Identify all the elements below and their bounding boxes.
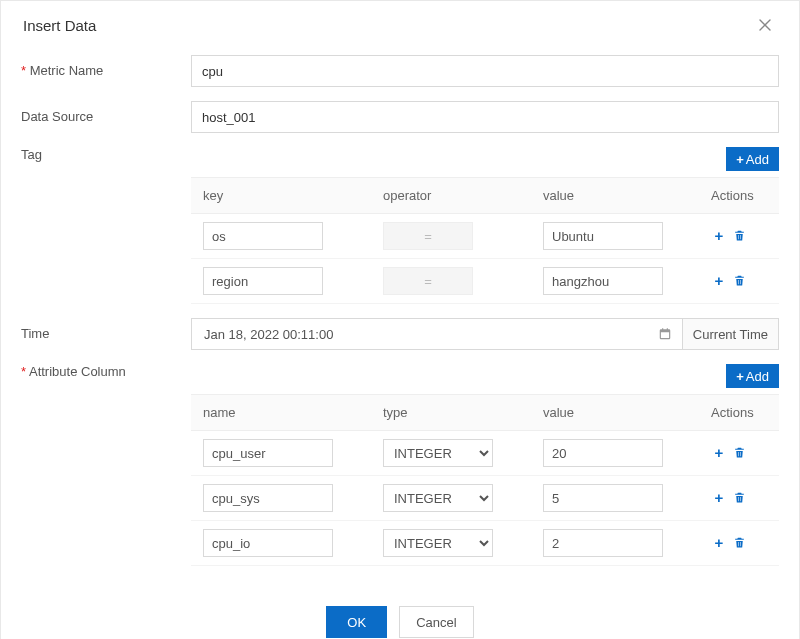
- tag-header-value: value: [531, 178, 681, 213]
- time-input[interactable]: [202, 326, 658, 343]
- close-icon: [757, 17, 773, 33]
- tag-row-add-button[interactable]: +: [711, 228, 727, 244]
- add-label: Add: [746, 152, 769, 167]
- row-data-source: Data Source: [21, 101, 779, 133]
- time-picker[interactable]: [191, 318, 683, 350]
- trash-icon: [733, 229, 746, 242]
- current-time-button[interactable]: Current Time: [683, 318, 779, 350]
- attr-row-add-button[interactable]: +: [711, 535, 727, 551]
- dialog-footer: OK Cancel: [1, 590, 799, 639]
- attr-value-input[interactable]: [543, 484, 663, 512]
- attr-row-add-button[interactable]: +: [711, 490, 727, 506]
- attr-row: INTEGER +: [191, 476, 779, 521]
- calendar-icon: [658, 327, 672, 341]
- tag-table: key operator value Actions = +: [191, 177, 779, 304]
- attr-name-input[interactable]: [203, 484, 333, 512]
- tag-value-input[interactable]: [543, 267, 663, 295]
- attr-name-input[interactable]: [203, 529, 333, 557]
- plus-icon: +: [736, 369, 744, 384]
- tag-row-delete-button[interactable]: [731, 273, 747, 289]
- attr-row-delete-button[interactable]: [731, 445, 747, 461]
- cancel-button[interactable]: Cancel: [399, 606, 473, 638]
- trash-icon: [733, 491, 746, 504]
- row-tag: Tag +Add key operator value Actions: [21, 147, 779, 304]
- close-button[interactable]: [753, 15, 777, 35]
- attr-value-input[interactable]: [543, 439, 663, 467]
- attr-value-input[interactable]: [543, 529, 663, 557]
- tag-header-actions: Actions: [681, 178, 779, 213]
- tag-value-input[interactable]: [543, 222, 663, 250]
- label-tag: Tag: [21, 147, 191, 162]
- tag-row-add-button[interactable]: +: [711, 273, 727, 289]
- add-label: Add: [746, 369, 769, 384]
- attr-row: INTEGER +: [191, 431, 779, 476]
- dialog-body: Metric Name Data Source Tag +Add: [1, 45, 799, 590]
- tag-add-button[interactable]: +Add: [726, 147, 779, 171]
- attr-row-delete-button[interactable]: [731, 490, 747, 506]
- attr-header-type: type: [371, 395, 531, 430]
- attr-type-select[interactable]: INTEGER: [383, 439, 493, 467]
- attr-header-actions: Actions: [681, 395, 779, 430]
- tag-header-key: key: [191, 178, 371, 213]
- attr-table: name type value Actions INTEGER: [191, 394, 779, 566]
- row-time: Time Current Time: [21, 318, 779, 350]
- label-data-source: Data Source: [21, 101, 191, 124]
- attr-header-value: value: [531, 395, 681, 430]
- trash-icon: [733, 446, 746, 459]
- metric-name-input[interactable]: [191, 55, 779, 87]
- attr-row: INTEGER +: [191, 521, 779, 566]
- tag-operator-display: =: [383, 267, 473, 295]
- tag-row: = +: [191, 214, 779, 259]
- row-attribute-column: Attribute Column +Add name type value Ac…: [21, 364, 779, 566]
- attr-name-input[interactable]: [203, 439, 333, 467]
- tag-key-input[interactable]: [203, 267, 323, 295]
- dialog-header: Insert Data: [1, 1, 799, 45]
- tag-key-input[interactable]: [203, 222, 323, 250]
- tag-row: = +: [191, 259, 779, 304]
- trash-icon: [733, 274, 746, 287]
- tag-header-operator: operator: [371, 178, 531, 213]
- attr-type-select[interactable]: INTEGER: [383, 529, 493, 557]
- label-attribute-column: Attribute Column: [21, 364, 191, 379]
- plus-icon: +: [736, 152, 744, 167]
- row-metric-name: Metric Name: [21, 55, 779, 87]
- ok-button[interactable]: OK: [326, 606, 387, 638]
- label-time: Time: [21, 318, 191, 341]
- tag-row-delete-button[interactable]: [731, 228, 747, 244]
- attr-add-button[interactable]: +Add: [726, 364, 779, 388]
- tag-operator-display: =: [383, 222, 473, 250]
- label-metric-name: Metric Name: [21, 55, 191, 78]
- attr-row-add-button[interactable]: +: [711, 445, 727, 461]
- trash-icon: [733, 536, 746, 549]
- attr-header-name: name: [191, 395, 371, 430]
- data-source-input[interactable]: [191, 101, 779, 133]
- attr-row-delete-button[interactable]: [731, 535, 747, 551]
- dialog-title: Insert Data: [23, 17, 96, 34]
- insert-data-dialog: Insert Data Metric Name Data Source Tag: [0, 0, 800, 639]
- attr-type-select[interactable]: INTEGER: [383, 484, 493, 512]
